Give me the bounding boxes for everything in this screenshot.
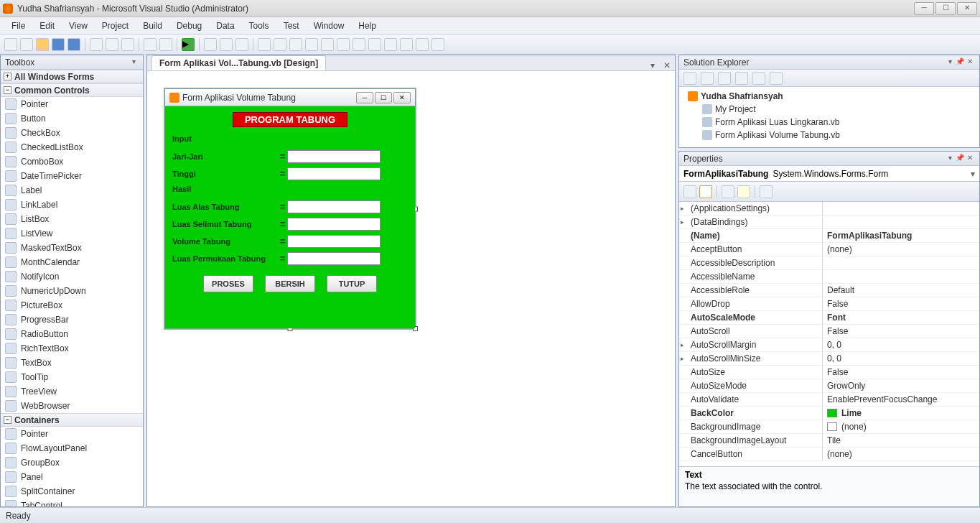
property-value[interactable]: Lime bbox=[823, 407, 979, 420]
toolbox-group[interactable]: +All Windows Forms bbox=[1, 70, 143, 83]
step-over-icon[interactable] bbox=[220, 38, 233, 51]
dropdown-icon[interactable]: ▾ bbox=[945, 154, 955, 164]
view-code-icon[interactable] bbox=[735, 72, 748, 85]
toolbox-item[interactable]: WebBrowser bbox=[1, 399, 143, 413]
toolbox-item[interactable]: RadioButton bbox=[1, 327, 143, 341]
menu-window[interactable]: Window bbox=[307, 19, 352, 33]
dropdown-icon[interactable]: ▾ bbox=[129, 57, 139, 68]
property-value[interactable]: Default bbox=[823, 284, 979, 297]
toolbox-item[interactable]: TextBox bbox=[1, 356, 143, 370]
expander-icon[interactable]: − bbox=[4, 86, 11, 94]
align-icon[interactable] bbox=[305, 38, 318, 51]
maximize-button[interactable]: ☐ bbox=[935, 2, 956, 15]
align-icon[interactable] bbox=[353, 38, 365, 51]
solution-tree[interactable]: Yudha Shafriansyah My ProjectForm Aplika… bbox=[679, 87, 979, 147]
designed-form[interactable]: Form Aplikasi Volume Tabung ─ ☐ ✕ PROGRA… bbox=[164, 88, 416, 329]
add-item-icon[interactable] bbox=[20, 38, 33, 51]
expander-icon[interactable]: − bbox=[4, 416, 11, 424]
toolbox-item[interactable]: TabControl bbox=[1, 499, 143, 506]
property-value[interactable]: GrowOnly bbox=[823, 379, 979, 392]
refresh-icon[interactable] bbox=[718, 72, 731, 85]
toolbox-item[interactable]: ListView bbox=[1, 226, 143, 241]
textbox[interactable] bbox=[287, 167, 381, 180]
property-value[interactable]: Font bbox=[823, 311, 979, 324]
cut-icon[interactable] bbox=[90, 38, 103, 51]
toolbox-item[interactable]: ProgressBar bbox=[1, 313, 143, 327]
project-node[interactable]: Yudha Shafriansyah bbox=[685, 90, 974, 103]
toolbox-item[interactable]: CheckBox bbox=[1, 126, 143, 140]
copy-icon[interactable] bbox=[106, 38, 118, 51]
toolbox-item[interactable]: DateTimePicker bbox=[1, 169, 143, 183]
new-project-icon[interactable] bbox=[4, 38, 17, 51]
properties-icon[interactable] bbox=[683, 72, 696, 85]
property-row[interactable]: AccessibleName bbox=[679, 270, 979, 284]
property-row[interactable]: (ApplicationSettings) bbox=[679, 202, 979, 216]
proses-button[interactable]: PROSES bbox=[203, 275, 253, 292]
categorized-icon[interactable] bbox=[683, 185, 696, 198]
property-value[interactable]: EnablePreventFocusChange bbox=[823, 393, 979, 406]
align-icon[interactable] bbox=[337, 38, 350, 51]
property-row[interactable]: AutoScaleModeFont bbox=[679, 311, 979, 325]
property-row[interactable]: AccessibleRoleDefault bbox=[679, 284, 979, 297]
menu-view[interactable]: View bbox=[62, 19, 95, 33]
property-row[interactable]: AutoSizeModeGrowOnly bbox=[679, 379, 979, 393]
property-value[interactable]: (none) bbox=[823, 448, 979, 460]
toolbox-item[interactable]: NumericUpDown bbox=[1, 284, 143, 298]
paste-icon[interactable] bbox=[121, 38, 134, 51]
toolbox-item[interactable]: RichTextBox bbox=[1, 341, 143, 356]
close-icon[interactable]: ✕ bbox=[965, 154, 975, 164]
property-value[interactable] bbox=[823, 202, 979, 215]
property-value[interactable] bbox=[823, 216, 979, 228]
form-maximize-button[interactable]: ☐ bbox=[375, 92, 392, 103]
toolbox-group[interactable]: −Common Controls bbox=[1, 83, 143, 97]
alphabetical-icon[interactable] bbox=[699, 185, 712, 198]
property-value[interactable]: 0, 0 bbox=[823, 338, 979, 351]
property-row[interactable]: BackgroundImageLayoutTile bbox=[679, 434, 979, 448]
toolbox-item[interactable]: Panel bbox=[1, 470, 143, 484]
properties-grid[interactable]: (ApplicationSettings)(DataBindings)(Name… bbox=[679, 202, 979, 466]
textbox[interactable] bbox=[287, 150, 381, 163]
property-row[interactable]: (DataBindings) bbox=[679, 216, 979, 229]
align-icon[interactable] bbox=[431, 38, 444, 51]
save-icon[interactable] bbox=[52, 38, 65, 51]
align-icon[interactable] bbox=[258, 38, 271, 51]
expander-icon[interactable]: + bbox=[4, 73, 11, 80]
toolbox-item[interactable]: Pointer bbox=[1, 97, 143, 111]
toolbox-item[interactable]: LinkLabel bbox=[1, 198, 143, 212]
align-icon[interactable] bbox=[416, 38, 429, 51]
textbox[interactable] bbox=[287, 200, 381, 213]
toolbox-item[interactable]: SplitContainer bbox=[1, 484, 143, 499]
tab-close-icon[interactable]: ✕ bbox=[659, 60, 675, 70]
toolbox-item[interactable]: FlowLayoutPanel bbox=[1, 441, 143, 455]
toolbox-item[interactable]: ToolTip bbox=[1, 370, 143, 384]
property-row[interactable]: AutoValidateEnablePreventFocusChange bbox=[679, 393, 979, 407]
toolbox-item[interactable]: TreeView bbox=[1, 384, 143, 399]
property-row[interactable]: CancelButton(none) bbox=[679, 448, 979, 461]
chevron-down-icon[interactable]: ▾ bbox=[971, 169, 975, 179]
toolbox-item[interactable]: MonthCalendar bbox=[1, 255, 143, 269]
tab-dropdown-icon[interactable]: ▾ bbox=[646, 60, 659, 70]
menu-data[interactable]: Data bbox=[209, 19, 241, 33]
property-row[interactable]: AutoScrollMargin0, 0 bbox=[679, 338, 979, 352]
menu-project[interactable]: Project bbox=[95, 19, 136, 33]
open-icon[interactable] bbox=[36, 38, 49, 51]
toolbox-item[interactable]: Button bbox=[1, 111, 143, 126]
design-surface[interactable]: Form Aplikasi Volume Tabung ─ ☐ ✕ PROGRA… bbox=[147, 71, 675, 506]
property-row[interactable]: AllowDropFalse bbox=[679, 297, 979, 311]
property-row[interactable]: BackColorLime bbox=[679, 407, 979, 420]
show-all-icon[interactable] bbox=[701, 72, 714, 85]
property-value[interactable]: (none) bbox=[823, 243, 979, 256]
textbox[interactable] bbox=[287, 252, 381, 265]
toolbox-item[interactable]: MaskedTextBox bbox=[1, 241, 143, 255]
redo-icon[interactable] bbox=[159, 38, 172, 51]
property-value[interactable] bbox=[823, 270, 979, 283]
textbox[interactable] bbox=[287, 235, 381, 248]
toolbox-item[interactable]: ListBox bbox=[1, 212, 143, 226]
property-value[interactable]: 0, 0 bbox=[823, 352, 979, 365]
menu-help[interactable]: Help bbox=[351, 19, 383, 33]
property-value[interactable] bbox=[823, 256, 979, 269]
toolbox-item[interactable]: PictureBox bbox=[1, 298, 143, 313]
close-button[interactable]: ✕ bbox=[957, 2, 977, 15]
tutup-button[interactable]: TUTUP bbox=[327, 275, 377, 292]
toolbox-item[interactable]: Label bbox=[1, 183, 143, 198]
